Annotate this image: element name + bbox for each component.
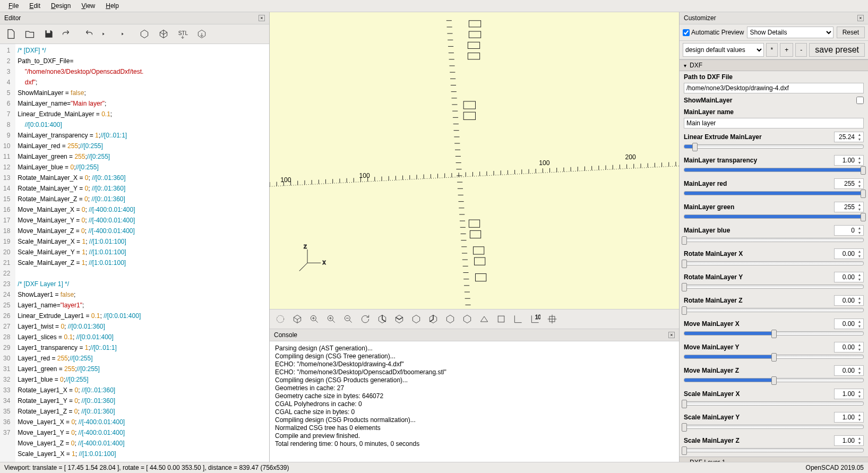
param-spinbox[interactable]: ▲▼ bbox=[834, 225, 864, 236]
auto-preview-checkbox[interactable]: Automatic Preview bbox=[683, 29, 744, 36]
zoom-out-icon[interactable] bbox=[341, 312, 356, 326]
menu-help[interactable]: Help bbox=[100, 1, 124, 11]
svg-rect-118 bbox=[468, 42, 479, 48]
svg-line-5 bbox=[299, 263, 307, 271]
param-label: Move MainLayer Z bbox=[684, 367, 739, 374]
preset-remove-button[interactable]: - bbox=[795, 43, 807, 57]
param-spinbox[interactable]: ▲▼ bbox=[834, 412, 864, 423]
export-stl-icon[interactable]: STL bbox=[175, 27, 190, 41]
reset-view-icon[interactable] bbox=[358, 312, 373, 326]
param-slider[interactable] bbox=[684, 448, 864, 452]
svg-line-129 bbox=[315, 320, 318, 323]
save-preset-button[interactable]: save preset bbox=[809, 43, 865, 57]
code-editor[interactable]: 1234567891011121314151617181920212223242… bbox=[0, 44, 269, 462]
param-spinbox[interactable]: ▲▼ bbox=[834, 202, 864, 212]
param-slider[interactable] bbox=[684, 425, 864, 429]
open-icon[interactable] bbox=[22, 27, 37, 41]
param-slider[interactable] bbox=[684, 308, 864, 312]
param-spinbox[interactable]: ▲▼ bbox=[834, 389, 864, 399]
svg-rect-119 bbox=[468, 53, 479, 59]
new-icon[interactable] bbox=[3, 27, 18, 41]
param-slider[interactable] bbox=[684, 168, 864, 172]
perspective-icon[interactable] bbox=[477, 312, 492, 326]
console-close-icon[interactable]: × bbox=[668, 332, 675, 338]
param-slider[interactable] bbox=[684, 214, 864, 219]
svg-rect-122 bbox=[469, 220, 479, 227]
axes-toggle-icon[interactable] bbox=[511, 312, 526, 326]
param-label: Scale MainLayer Y bbox=[684, 414, 740, 421]
param-slider[interactable] bbox=[684, 144, 864, 149]
editor-close-icon[interactable]: × bbox=[259, 15, 265, 21]
group-dxf[interactable]: DXF bbox=[680, 59, 868, 71]
param-checkbox[interactable] bbox=[856, 97, 864, 104]
view-cube-icon[interactable] bbox=[290, 312, 305, 326]
undo-icon[interactable] bbox=[61, 27, 75, 41]
viewport-3d[interactable]: x z 100 100 100 200 bbox=[270, 12, 679, 309]
parameters-list[interactable]: DXFPath to DXF FileShowMainLayerMainLaye… bbox=[680, 59, 868, 462]
console-line: CGAL cache size in bytes: 0 bbox=[275, 408, 674, 416]
preset-star-button[interactable]: * bbox=[766, 43, 778, 57]
param-spinbox[interactable]: ▲▼ bbox=[834, 435, 864, 446]
editor-toolbar: STL bbox=[0, 24, 269, 44]
group-collapsed[interactable]: DXF Layer 1 bbox=[680, 457, 868, 462]
param-spinbox[interactable]: ▲▼ bbox=[834, 248, 864, 259]
view-back-icon[interactable] bbox=[460, 312, 475, 326]
param-slider[interactable] bbox=[684, 331, 864, 336]
save-icon[interactable] bbox=[41, 27, 56, 41]
preview-axes-icon[interactable] bbox=[273, 312, 288, 326]
redo-icon[interactable] bbox=[80, 27, 94, 41]
param-spinbox[interactable]: ▲▼ bbox=[834, 319, 864, 329]
param-text-input[interactable] bbox=[684, 118, 864, 128]
param-spinbox[interactable]: ▲▼ bbox=[834, 178, 864, 189]
svg-rect-125 bbox=[475, 257, 485, 265]
svg-rect-126 bbox=[476, 274, 486, 281]
param-spinbox[interactable]: ▲▼ bbox=[834, 132, 864, 142]
param-slider[interactable] bbox=[684, 261, 864, 265]
param-slider[interactable] bbox=[684, 191, 864, 195]
view-front-icon[interactable] bbox=[443, 312, 458, 326]
menu-file[interactable]: File bbox=[3, 1, 24, 11]
render-icon[interactable] bbox=[156, 27, 171, 41]
param-spinbox[interactable]: ▲▼ bbox=[834, 155, 864, 166]
menu-edit[interactable]: Edit bbox=[24, 1, 46, 11]
scale-marker-icon[interactable]: 10 bbox=[528, 312, 543, 326]
param-slider[interactable] bbox=[684, 378, 864, 382]
view-top-icon[interactable] bbox=[392, 312, 407, 326]
customizer-close-icon[interactable]: × bbox=[857, 15, 864, 21]
svg-line-133 bbox=[332, 320, 335, 323]
editor-title: Editor bbox=[4, 14, 21, 22]
param-slider[interactable] bbox=[684, 285, 864, 289]
details-select[interactable]: Show Details bbox=[747, 27, 833, 38]
param-label: Path to DXF File bbox=[684, 73, 733, 81]
indent-icon[interactable] bbox=[118, 27, 133, 41]
preset-add-button[interactable]: + bbox=[780, 43, 793, 57]
view-right-icon[interactable] bbox=[375, 312, 390, 326]
param-spinbox[interactable]: ▲▼ bbox=[834, 365, 864, 376]
param-text-input[interactable] bbox=[684, 83, 864, 93]
svg-rect-139 bbox=[498, 316, 504, 322]
reset-button[interactable]: Reset bbox=[837, 27, 865, 38]
editor-titlebar: Editor × bbox=[0, 12, 269, 24]
param-label: Rotate MainLayer Y bbox=[684, 273, 743, 281]
zoom-in-icon[interactable] bbox=[324, 312, 339, 326]
crosshair-icon[interactable] bbox=[545, 312, 560, 326]
param-spinbox[interactable]: ▲▼ bbox=[834, 342, 864, 352]
param-slider[interactable] bbox=[684, 355, 864, 359]
preview-icon[interactable] bbox=[137, 27, 152, 41]
preset-select[interactable]: design default values bbox=[683, 43, 764, 57]
view-bottom-icon[interactable] bbox=[409, 312, 424, 326]
console-line: ECHO: "/home/none3/Desktop/drawing-4.dxf… bbox=[275, 360, 674, 368]
param-slider[interactable] bbox=[684, 238, 864, 242]
unindent-icon[interactable] bbox=[99, 27, 114, 41]
orthogonal-icon[interactable] bbox=[494, 312, 509, 326]
zoom-fit-icon[interactable] bbox=[307, 312, 322, 326]
view-left-icon[interactable] bbox=[426, 312, 441, 326]
param-label: Move MainLayer Y bbox=[684, 343, 739, 351]
console-output[interactable]: Parsing design (AST generation)...Compil… bbox=[270, 341, 679, 462]
menu-view[interactable]: View bbox=[76, 1, 100, 11]
menu-design[interactable]: Design bbox=[46, 1, 76, 11]
param-spinbox[interactable]: ▲▼ bbox=[834, 272, 864, 282]
param-slider[interactable] bbox=[684, 401, 864, 406]
send-icon[interactable] bbox=[194, 27, 209, 41]
param-spinbox[interactable]: ▲▼ bbox=[834, 295, 864, 306]
